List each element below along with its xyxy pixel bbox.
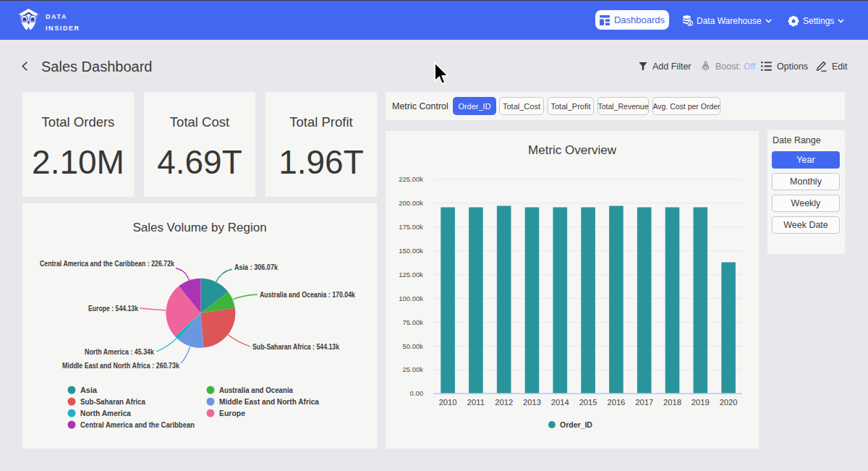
svg-text:Australia and Oceania: Australia and Oceania	[219, 386, 294, 394]
svg-text:Central America and the Caribb: Central America and the Caribbean	[80, 420, 195, 429]
svg-text:100.00k: 100.00k	[399, 294, 423, 302]
svg-text:Middle East and North Africa: Middle East and North Africa	[219, 397, 320, 406]
svg-text:2017: 2017	[635, 398, 653, 407]
svg-text:2010: 2010	[439, 398, 457, 407]
svg-text:150.00k: 150.00k	[399, 247, 423, 255]
svg-text:Order_ID: Order_ID	[560, 420, 592, 429]
svg-text:Asia : 306.07k: Asia : 306.07k	[234, 263, 278, 271]
svg-text:2016: 2016	[607, 398, 625, 407]
svg-text:2012: 2012	[495, 398, 513, 407]
svg-text:North America: North America	[80, 409, 132, 417]
svg-text:75.00k: 75.00k	[402, 318, 423, 326]
svg-text:0.00: 0.00	[410, 389, 424, 397]
svg-text:225.00k: 225.00k	[399, 175, 423, 183]
svg-text:Europe : 544.13k: Europe : 544.13k	[88, 305, 138, 313]
svg-text:Middle East and North Africa :: Middle East and North Africa : 260.73k	[62, 362, 179, 370]
svg-text:Australia and Oceania : 170.04: Australia and Oceania : 170.04k	[260, 291, 355, 299]
svg-text:125.00k: 125.00k	[399, 271, 423, 279]
svg-text:North America : 45.34k: North America : 45.34k	[85, 348, 154, 356]
svg-text:Europe: Europe	[219, 409, 245, 417]
svg-text:25.00k: 25.00k	[402, 365, 423, 373]
svg-text:2014: 2014	[551, 398, 569, 407]
svg-text:2011: 2011	[467, 398, 485, 407]
svg-text:2013: 2013	[523, 398, 541, 407]
svg-text:Sub-Saharan Africa: Sub-Saharan Africa	[80, 397, 146, 406]
svg-text:2015: 2015	[579, 398, 597, 407]
svg-text:175.00k: 175.00k	[399, 223, 423, 231]
svg-text:Sub-Saharan Africa : 544.13k: Sub-Saharan Africa : 544.13k	[252, 343, 339, 351]
svg-text:Asia: Asia	[80, 386, 98, 394]
svg-text:2018: 2018	[663, 398, 681, 407]
svg-text:2019: 2019	[692, 398, 710, 407]
svg-text:200.00k: 200.00k	[399, 199, 423, 207]
svg-text:50.00k: 50.00k	[402, 342, 423, 350]
svg-text:2020: 2020	[720, 398, 738, 407]
svg-text:Central America and the Caribb: Central America and the Caribbean : 226.…	[40, 260, 174, 268]
